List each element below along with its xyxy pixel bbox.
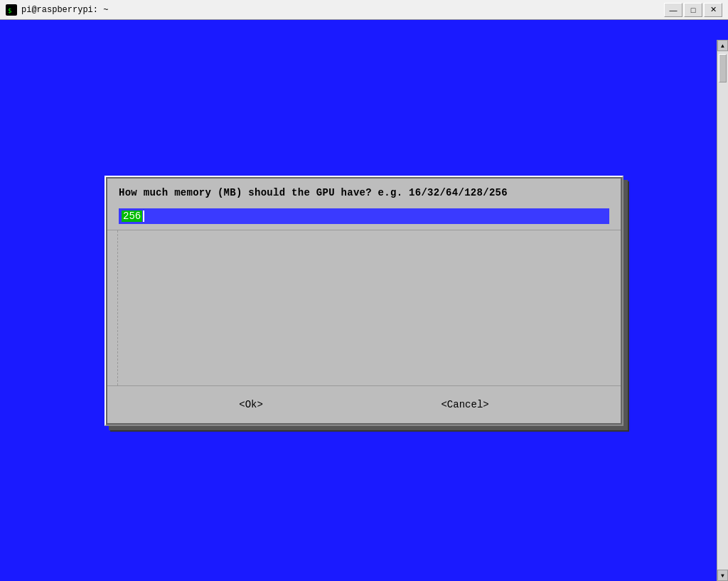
dialog-buttons: <Ok> <Cancel> (107, 386, 621, 423)
cancel-button[interactable]: <Cancel> (434, 396, 496, 413)
terminal-icon: $ (6, 4, 17, 16)
maximize-button[interactable]: □ (684, 3, 702, 17)
terminal-area: ▲ ▼ How much memory (MB) should the GPU … (0, 20, 728, 581)
scrollbar-up-arrow[interactable]: ▲ (717, 40, 728, 51)
scrollbar[interactable]: ▲ ▼ (717, 40, 728, 581)
scrollbar-thumb[interactable] (719, 54, 727, 82)
dialog-question: How much memory (MB) should the GPU have… (107, 178, 621, 206)
dialog-input-area: 256 (107, 206, 621, 230)
minimize-button[interactable]: — (664, 3, 682, 17)
title-bar-left: $ pi@raspberrypi: ~ (6, 4, 108, 16)
input-value[interactable]: 256 (122, 210, 142, 222)
dialog-inner: How much memory (MB) should the GPU have… (106, 177, 622, 425)
title-bar: $ pi@raspberrypi: ~ — □ ✕ (0, 0, 728, 20)
close-button[interactable]: ✕ (704, 3, 722, 17)
scrollbar-down-arrow[interactable]: ▼ (717, 570, 728, 581)
svg-text:$: $ (8, 7, 11, 14)
terminal-window: $ pi@raspberrypi: ~ — □ ✕ ▲ ▼ How much m… (0, 0, 728, 581)
dialog-box: How much memory (MB) should the GPU have… (105, 176, 623, 426)
dialog-body (107, 230, 621, 386)
text-cursor (143, 210, 144, 222)
window-title: pi@raspberrypi: ~ (21, 5, 108, 15)
title-bar-controls: — □ ✕ (664, 3, 722, 17)
input-field-wrapper[interactable]: 256 (119, 208, 609, 224)
ok-button[interactable]: <Ok> (232, 396, 270, 413)
